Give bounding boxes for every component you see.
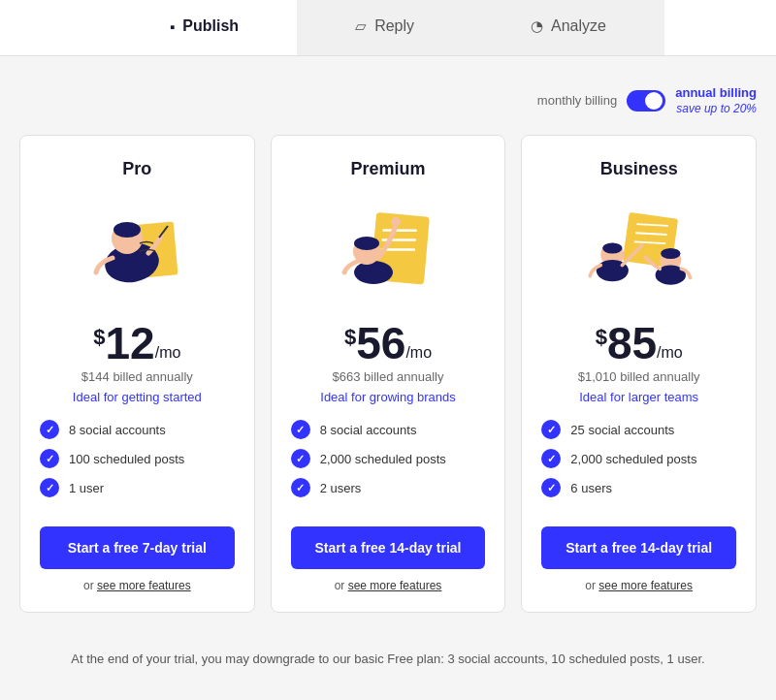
- reply-icon: ▱: [355, 17, 367, 35]
- business-feature-1: 25 social accounts: [541, 420, 736, 439]
- premium-card: Premium: [271, 135, 506, 613]
- pro-dollar: $: [93, 325, 105, 350]
- premium-feature-1: 8 social accounts: [291, 420, 486, 439]
- business-card: Business: [521, 135, 757, 613]
- pro-check-2: [40, 449, 59, 468]
- premium-svg: [330, 195, 446, 302]
- toggle-thumb: [645, 92, 663, 110]
- business-amount: 85: [607, 321, 657, 366]
- premium-see-more: or see more features: [335, 579, 442, 592]
- premium-billed: $663 billed annually: [333, 369, 444, 384]
- publish-icon: ▪: [170, 18, 175, 35]
- plans-cards-row: Pro: [19, 135, 757, 613]
- premium-feature-2: 2,000 scheduled posts: [291, 449, 486, 468]
- pro-amount: 12: [106, 321, 155, 366]
- monthly-billing-label: monthly billing: [537, 93, 617, 108]
- business-check-1: [541, 420, 561, 439]
- billing-toggle-row: monthly billing annual billing save up t…: [19, 85, 757, 115]
- business-price-row: $ 85 /mo: [596, 321, 683, 366]
- premium-feature-3-text: 2 users: [320, 481, 362, 495]
- premium-check-1: [291, 420, 310, 439]
- premium-price-row: $ 56 /mo: [344, 321, 432, 366]
- save-text: save up to 20%: [676, 102, 757, 115]
- premium-dollar: $: [344, 325, 356, 350]
- pro-mo: /mo: [155, 344, 181, 362]
- business-cta-button[interactable]: Start a free 14-day trial: [541, 526, 736, 569]
- business-ideal: Ideal for larger teams: [579, 390, 698, 404]
- pro-ideal: Ideal for getting started: [73, 390, 202, 404]
- tab-analyze[interactable]: ◔ Analyze: [472, 0, 664, 55]
- pro-price-row: $ 12 /mo: [93, 321, 180, 366]
- tab-reply-label: Reply: [374, 17, 414, 35]
- tab-bar: ▪ Publish ▱ Reply ◔ Analyze: [0, 0, 776, 56]
- business-svg: [581, 195, 697, 302]
- premium-mo: /mo: [405, 344, 432, 362]
- main-content: monthly billing annual billing save up t…: [0, 56, 776, 700]
- svg-point-3: [113, 222, 141, 238]
- pro-title: Pro: [122, 159, 151, 179]
- billing-toggle[interactable]: [627, 90, 665, 111]
- pro-see-more-link[interactable]: see more features: [97, 579, 191, 592]
- premium-cta-button[interactable]: Start a free 14-day trial: [291, 526, 486, 569]
- pro-features: 8 social accounts 100 scheduled posts 1 …: [40, 420, 235, 507]
- business-see-more: or see more features: [585, 579, 693, 592]
- business-illustration: [581, 195, 697, 302]
- premium-feature-3: 2 users: [291, 478, 486, 497]
- premium-title: Premium: [350, 159, 425, 179]
- business-dollar: $: [596, 325, 607, 350]
- pro-svg: [79, 195, 195, 302]
- annual-billing-right: annual billing save up to 20%: [675, 85, 757, 115]
- business-check-3: [541, 478, 561, 497]
- pro-illustration: [79, 195, 195, 302]
- business-title: Business: [600, 159, 678, 179]
- svg-point-8: [354, 237, 379, 250]
- premium-feature-1-text: 8 social accounts: [320, 423, 417, 437]
- business-feature-3: 6 users: [541, 478, 736, 497]
- svg-point-15: [661, 248, 680, 259]
- annual-billing-label: annual billing: [675, 85, 757, 100]
- premium-features: 8 social accounts 2,000 scheduled posts …: [291, 420, 486, 507]
- tab-reply[interactable]: ▱ Reply: [297, 0, 472, 55]
- pro-see-more: or see more features: [83, 579, 191, 592]
- business-see-more-link[interactable]: see more features: [598, 579, 693, 592]
- business-feature-3-text: 6 users: [570, 481, 612, 495]
- pro-check-3: [40, 478, 59, 497]
- tab-analyze-label: Analyze: [551, 17, 606, 35]
- premium-illustration: [330, 195, 446, 302]
- pro-feature-2-text: 100 scheduled posts: [69, 452, 184, 466]
- premium-check-2: [291, 449, 310, 468]
- business-feature-2: 2,000 scheduled posts: [541, 449, 736, 468]
- business-billed: $1,010 billed annually: [578, 369, 700, 384]
- premium-amount: 56: [356, 321, 405, 366]
- business-mo: /mo: [657, 344, 683, 362]
- premium-ideal: Ideal for growing brands: [320, 390, 455, 404]
- svg-point-12: [602, 242, 622, 253]
- pro-feature-3: 1 user: [40, 478, 235, 497]
- svg-point-6: [354, 261, 393, 284]
- pro-feature-3-text: 1 user: [69, 481, 104, 495]
- pro-check-1: [40, 420, 59, 439]
- business-feature-1-text: 25 social accounts: [570, 423, 674, 437]
- footer-note: At the end of your trial, you may downgr…: [19, 632, 757, 685]
- business-features: 25 social accounts 2,000 scheduled posts…: [541, 420, 736, 507]
- business-feature-2-text: 2,000 scheduled posts: [570, 452, 696, 466]
- pro-feature-2: 100 scheduled posts: [40, 449, 235, 468]
- pro-billed: $144 billed annually: [81, 369, 193, 384]
- pro-feature-1-text: 8 social accounts: [69, 423, 166, 437]
- premium-see-more-link[interactable]: see more features: [348, 579, 442, 592]
- pro-feature-1: 8 social accounts: [40, 420, 235, 439]
- svg-point-9: [391, 217, 401, 227]
- tab-publish-label: Publish: [182, 17, 239, 35]
- tab-publish[interactable]: ▪ Publish: [112, 0, 297, 55]
- pro-card: Pro: [19, 135, 255, 613]
- pro-cta-button[interactable]: Start a free 7-day trial: [40, 526, 235, 569]
- premium-check-3: [291, 478, 310, 497]
- business-check-2: [541, 449, 561, 468]
- premium-feature-2-text: 2,000 scheduled posts: [320, 452, 446, 466]
- analyze-icon: ◔: [531, 17, 543, 35]
